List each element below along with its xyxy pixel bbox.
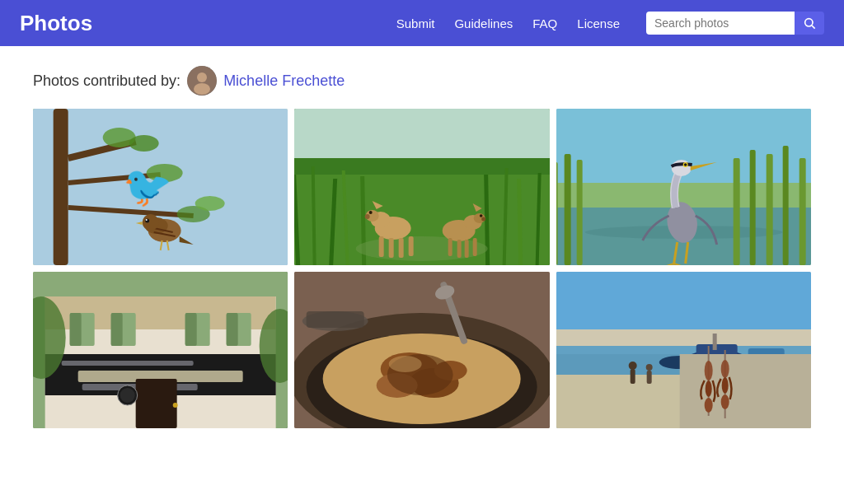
svg-rect-136 xyxy=(630,369,635,384)
avatar xyxy=(187,66,217,96)
svg-line-34 xyxy=(486,175,488,265)
svg-rect-67 xyxy=(799,158,805,265)
svg-point-4 xyxy=(194,83,210,95)
svg-rect-63 xyxy=(733,158,739,265)
svg-point-46 xyxy=(365,214,370,219)
photo-heron[interactable] xyxy=(556,109,811,265)
photo-pub[interactable] xyxy=(33,272,288,428)
photo-harbor[interactable] xyxy=(556,272,811,428)
contributor-bar: Photos contributed by: Michelle Frechett… xyxy=(0,46,844,109)
svg-point-139 xyxy=(645,364,652,371)
svg-point-12 xyxy=(147,164,183,182)
svg-rect-126 xyxy=(556,375,701,428)
photo-grid xyxy=(0,109,844,461)
svg-point-56 xyxy=(481,217,485,222)
svg-point-0 xyxy=(805,19,813,26)
svg-rect-6 xyxy=(54,109,68,265)
site-header: Photos Submit Guidelines FAQ License xyxy=(0,0,844,46)
svg-rect-52 xyxy=(465,240,469,258)
svg-line-30 xyxy=(313,166,315,265)
svg-point-130 xyxy=(704,361,712,380)
svg-point-47 xyxy=(369,211,373,214)
photo-bird[interactable] xyxy=(33,109,288,265)
svg-point-99 xyxy=(120,388,135,403)
main-nav: Submit Guidelines FAQ License xyxy=(396,12,824,35)
svg-rect-85 xyxy=(70,313,82,346)
svg-point-57 xyxy=(480,214,483,217)
svg-point-19 xyxy=(143,214,159,231)
nav-guidelines[interactable]: Guidelines xyxy=(454,16,513,30)
nav-faq[interactable]: FAQ xyxy=(532,16,557,30)
svg-rect-122 xyxy=(712,334,716,350)
svg-point-75 xyxy=(684,163,687,166)
svg-point-111 xyxy=(389,356,422,372)
svg-rect-68 xyxy=(556,162,558,265)
site-title: Photos xyxy=(20,11,396,36)
svg-point-133 xyxy=(720,360,729,378)
svg-rect-113 xyxy=(307,311,364,328)
svg-point-132 xyxy=(704,398,712,413)
search-input[interactable] xyxy=(646,12,795,35)
svg-rect-51 xyxy=(457,240,462,258)
search-button[interactable] xyxy=(795,12,824,35)
svg-point-14 xyxy=(195,196,225,211)
svg-point-3 xyxy=(197,72,207,82)
nav-submit[interactable]: Submit xyxy=(396,16,435,30)
svg-rect-41 xyxy=(389,238,394,258)
svg-rect-91 xyxy=(227,313,238,346)
svg-rect-40 xyxy=(379,236,384,257)
svg-rect-96 xyxy=(136,379,177,428)
svg-point-11 xyxy=(129,135,159,152)
svg-rect-89 xyxy=(185,313,197,346)
svg-point-137 xyxy=(628,362,636,370)
svg-rect-50 xyxy=(448,238,452,256)
svg-rect-127 xyxy=(679,354,811,428)
svg-point-135 xyxy=(720,394,729,409)
svg-point-21 xyxy=(145,219,149,223)
svg-rect-66 xyxy=(782,146,788,265)
svg-rect-138 xyxy=(646,371,651,384)
svg-rect-53 xyxy=(473,238,477,256)
svg-point-134 xyxy=(721,377,728,394)
svg-line-1 xyxy=(812,26,815,29)
svg-rect-70 xyxy=(576,160,582,265)
svg-point-97 xyxy=(173,403,178,408)
photo-food[interactable] xyxy=(294,272,549,428)
svg-rect-69 xyxy=(564,154,570,265)
search-container xyxy=(646,12,824,35)
svg-rect-64 xyxy=(749,150,755,265)
svg-rect-93 xyxy=(62,361,194,366)
search-icon xyxy=(803,16,816,30)
photo-deer[interactable] xyxy=(294,109,549,265)
contributor-prefix: Photos contributed by: xyxy=(33,72,181,90)
svg-rect-65 xyxy=(766,154,772,265)
svg-rect-42 xyxy=(399,238,404,258)
svg-rect-87 xyxy=(111,313,123,346)
svg-point-72 xyxy=(671,160,691,176)
nav-license[interactable]: License xyxy=(577,16,620,30)
contributor-name[interactable]: Michelle Frechette xyxy=(223,72,345,90)
svg-point-22 xyxy=(146,219,148,221)
svg-line-36 xyxy=(519,179,521,265)
svg-point-131 xyxy=(705,380,711,397)
svg-rect-43 xyxy=(409,236,414,256)
